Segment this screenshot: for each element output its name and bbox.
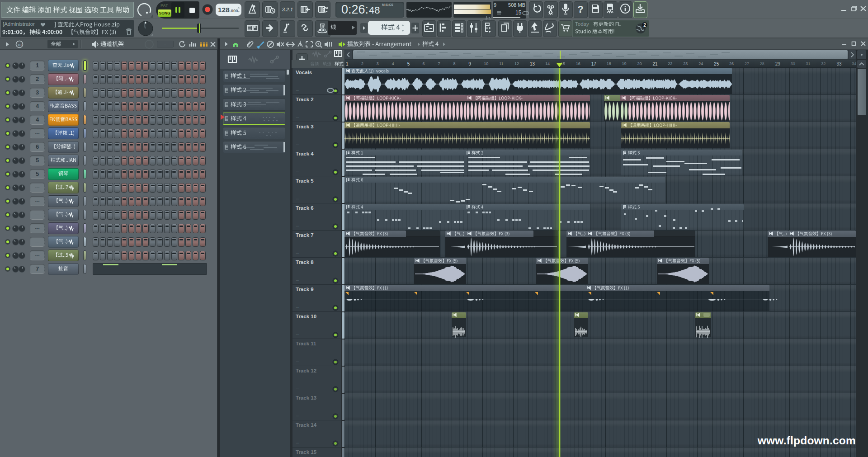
svg-text:2: 2 — [643, 23, 646, 28]
svg-text:10: 10 — [18, 43, 22, 47]
svg-text:3.2.1: 3.2.1 — [282, 7, 293, 12]
svg-text:?: ? — [577, 4, 583, 15]
